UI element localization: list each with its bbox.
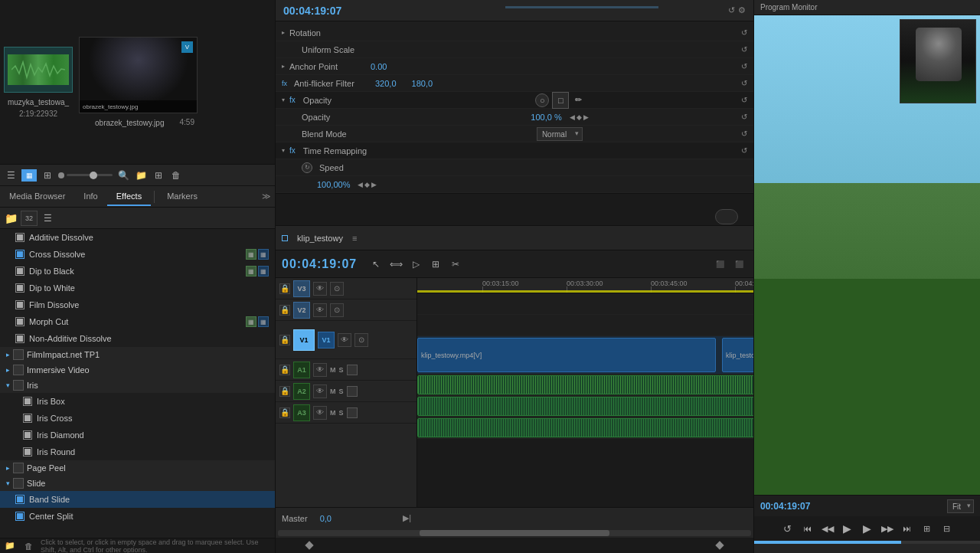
effect-item-film-dissolve[interactable]: Film Dissolve bbox=[0, 296, 275, 313]
new-item-icon[interactable]: ⊞ bbox=[152, 169, 165, 182]
effect-checkbox-band-slide[interactable] bbox=[15, 495, 24, 504]
v1-lock-icon[interactable]: 🔒 bbox=[279, 335, 290, 345]
anchor-expand[interactable]: ▸ bbox=[282, 63, 285, 70]
speed-keyframe-fwd[interactable]: ▶ bbox=[371, 181, 377, 188]
v1-mute-icon[interactable]: ⊙ bbox=[354, 333, 368, 347]
opacity-rect-btn[interactable]: □ bbox=[552, 92, 569, 109]
tab-media-browser[interactable]: Media Browser bbox=[0, 188, 74, 206]
opacity-circle-btn[interactable]: ○ bbox=[535, 93, 549, 107]
v3-eye-icon[interactable]: 👁 bbox=[313, 282, 327, 296]
razor-tool[interactable]: ✂ bbox=[447, 256, 464, 273]
speed-keyframe-back[interactable]: ◀ bbox=[358, 181, 363, 188]
v2-lock-icon[interactable]: 🔒 bbox=[279, 305, 290, 316]
speed-value[interactable]: 100,00% bbox=[317, 180, 350, 189]
loop-btn[interactable]: ↺ bbox=[779, 520, 796, 537]
audio-clip-a1[interactable] bbox=[417, 375, 753, 394]
master-value[interactable]: 0,0 bbox=[320, 514, 332, 523]
selection-tool[interactable]: ↖ bbox=[368, 256, 384, 273]
a1-m-btn[interactable]: M bbox=[330, 366, 336, 374]
effect-checkbox-iris-cross[interactable] bbox=[23, 414, 32, 423]
effect-checkbox-iris-box[interactable] bbox=[23, 397, 32, 406]
opacity-reset[interactable]: ↺ bbox=[741, 113, 747, 121]
effect-checkbox-cross-dissolve[interactable] bbox=[15, 250, 24, 259]
effects-view-32-icon[interactable]: 32 bbox=[21, 211, 38, 226]
a3-eye-icon[interactable]: 👁 bbox=[313, 406, 327, 420]
effect-checkbox-dip-to-black[interactable] bbox=[15, 267, 24, 276]
master-expand-icon[interactable]: ▶| bbox=[403, 513, 411, 523]
video-clip-1[interactable]: klip_testowy.mp4[V] bbox=[417, 338, 716, 372]
effect-item-iris-cross[interactable]: Iris Cross bbox=[0, 410, 275, 427]
effect-item-center-split[interactable]: Center Split bbox=[0, 508, 275, 525]
a2-record-btn[interactable] bbox=[347, 386, 358, 397]
effects-filter-icon[interactable]: ☰ bbox=[41, 211, 54, 225]
source-loop-icon[interactable]: ↺ bbox=[728, 5, 735, 15]
v2-mute-icon[interactable]: ⊙ bbox=[330, 303, 344, 317]
effect-item-iris-box[interactable]: Iris Box bbox=[0, 393, 275, 410]
time-remapping-expand[interactable]: ▾ bbox=[282, 147, 285, 154]
effect-checkbox-iris-diamond[interactable] bbox=[23, 430, 32, 440]
track-select-tool[interactable]: ▷ bbox=[407, 256, 424, 273]
anti-flicker-val2[interactable]: 180,0 bbox=[412, 79, 433, 88]
rotation-reset[interactable]: ↺ bbox=[741, 28, 747, 37]
lift-btn[interactable]: ⊞ bbox=[919, 520, 936, 537]
a3-record-btn[interactable] bbox=[347, 407, 358, 418]
v2-eye-icon[interactable]: 👁 bbox=[313, 303, 327, 317]
play-btn[interactable]: ▶ bbox=[839, 520, 856, 537]
timeline-scrollbar[interactable] bbox=[278, 530, 751, 536]
opacity-pen-icon[interactable]: ✏ bbox=[571, 93, 585, 107]
time-remapping-reset[interactable]: ↺ bbox=[741, 146, 747, 155]
a3-lock-icon[interactable]: 🔒 bbox=[279, 407, 290, 418]
a1-label[interactable]: A1 bbox=[293, 362, 310, 378]
effect-item-cross-dissolve[interactable]: Cross Dissolve ▦ ▦ bbox=[0, 246, 275, 263]
a1-record-btn[interactable] bbox=[347, 365, 358, 375]
track-row-a3[interactable] bbox=[417, 417, 753, 439]
track-row-a1[interactable] bbox=[417, 375, 753, 396]
v3-mute-icon[interactable]: ⊙ bbox=[330, 282, 344, 296]
opacity-group-reset[interactable]: ↺ bbox=[741, 96, 747, 104]
step-back-btn[interactable]: ◀◀ bbox=[819, 520, 836, 537]
blend-mode-reset[interactable]: ↺ bbox=[741, 129, 747, 138]
a2-label[interactable]: A2 bbox=[293, 383, 310, 400]
mark-in-btn[interactable]: ⏮ bbox=[799, 520, 816, 537]
tab-effects[interactable]: Effects bbox=[107, 188, 151, 206]
effect-item-band-slide[interactable]: Band Slide bbox=[0, 491, 275, 508]
a3-s-btn[interactable]: S bbox=[339, 409, 344, 417]
effect-group-iris[interactable]: ▾ Iris bbox=[0, 378, 275, 393]
v1-label[interactable]: V1 bbox=[293, 329, 315, 351]
new-custom-bin-icon[interactable]: 📁 bbox=[4, 211, 18, 225]
effect-item-dip-to-black[interactable]: Dip to Black ▦ ▦ bbox=[0, 263, 275, 280]
folder-status-icon[interactable]: 📁 bbox=[4, 540, 16, 552]
effect-group-filmimpact[interactable]: ▸ FilmImpact.net TP1 bbox=[0, 347, 275, 362]
opacity-value[interactable]: 100,0 % bbox=[531, 113, 561, 122]
play-alt-btn[interactable]: ▶ bbox=[859, 520, 876, 537]
effect-checkbox-film-dissolve[interactable] bbox=[15, 300, 24, 309]
work-area-bar[interactable] bbox=[417, 290, 753, 293]
timeline-scrollbar-thumb[interactable] bbox=[420, 530, 609, 536]
blend-mode-dropdown[interactable]: Normal ▾ bbox=[537, 127, 583, 141]
effect-group-page-peel[interactable]: ▸ Page Peel bbox=[0, 460, 275, 476]
timeline-timecode[interactable]: 00:04:19:07 bbox=[282, 257, 357, 271]
v2-label[interactable]: V2 bbox=[293, 302, 310, 319]
ripple-tool[interactable]: ⟺ bbox=[387, 256, 404, 273]
effect-group-immersive[interactable]: ▸ Immersive Video bbox=[0, 362, 275, 378]
list-view-icon[interactable]: ☰ bbox=[4, 169, 18, 182]
source-settings-icon[interactable]: ⚙ bbox=[738, 5, 746, 15]
clear-icon[interactable]: 🗑 bbox=[169, 169, 183, 182]
track-row-v1[interactable]: klip_testowy.mp4[V] klip_testowy.mp4[V] … bbox=[417, 336, 753, 375]
anti-flicker-reset[interactable]: ↺ bbox=[741, 79, 747, 87]
effect-checkbox-iris-round[interactable] bbox=[23, 447, 32, 456]
a2-eye-icon[interactable]: 👁 bbox=[313, 384, 327, 398]
v3-label[interactable]: V3 bbox=[293, 280, 310, 297]
rolling-edit-tool[interactable]: ⊞ bbox=[427, 256, 444, 273]
speed-keyframe-add[interactable]: ◆ bbox=[364, 181, 370, 188]
mark-out-btn[interactable]: ⏭ bbox=[899, 520, 916, 537]
effect-item-dip-to-white[interactable]: Dip to White bbox=[0, 280, 275, 296]
rotation-expand[interactable]: ▸ bbox=[282, 29, 285, 36]
mark-in-icon[interactable]: ⬛ bbox=[711, 256, 728, 273]
opacity-keyframe-add[interactable]: ◆ bbox=[577, 113, 582, 121]
fit-select[interactable]: Fit ▾ bbox=[947, 499, 974, 513]
effect-item-iris-diamond[interactable]: Iris Diamond bbox=[0, 427, 275, 443]
tab-markers[interactable]: Markers bbox=[158, 188, 207, 206]
track-row-v3[interactable] bbox=[417, 293, 753, 315]
opacity-keyframe-back[interactable]: ◀ bbox=[570, 113, 575, 121]
